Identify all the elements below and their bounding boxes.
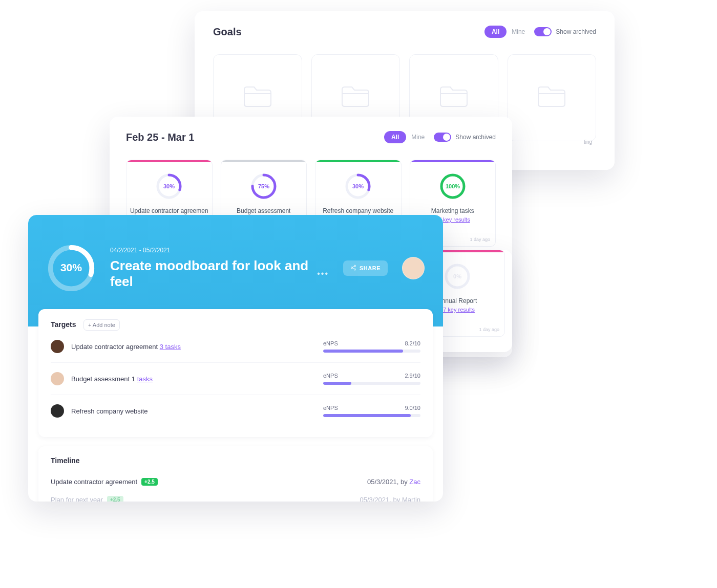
- filter-all-button[interactable]: All: [384, 131, 406, 143]
- svg-text:75%: 75%: [258, 183, 269, 189]
- target-text: Budget assessment 1 tasks: [71, 375, 316, 383]
- svg-text:30%: 30%: [352, 183, 364, 189]
- metric-score: 9.0/10: [405, 405, 420, 411]
- detail-hero-meta: 04/2/2021 - 05/2/2021 Create moodboard f…: [110, 247, 329, 290]
- tasks-link[interactable]: tasks: [137, 375, 153, 383]
- folder-icon: [438, 84, 469, 111]
- more-icon[interactable]: •••: [317, 269, 329, 278]
- svg-text:30%: 30%: [163, 183, 175, 189]
- svg-text:100%: 100%: [446, 183, 460, 189]
- target-row[interactable]: Update contractor agreement 3 tasks eNPS…: [51, 331, 420, 362]
- show-archived-group: Show archived: [534, 27, 596, 36]
- goals-header: Goals All Mine Show archived: [213, 26, 596, 38]
- goals-header-controls: All Mine Show archived: [484, 26, 596, 38]
- svg-point-19: [351, 267, 352, 269]
- assignee-avatar: [51, 340, 64, 353]
- timeline-author: Martin: [402, 496, 420, 502]
- timeline-text: Plan for next year +2.5: [51, 496, 123, 502]
- timeline-author: Zac: [409, 478, 420, 486]
- targets-heading: Targets: [51, 320, 76, 329]
- truncated-text: ting: [584, 139, 592, 145]
- timeline-row[interactable]: Update contractor agreement +2.5 05/3/20…: [51, 473, 420, 491]
- timeline-rows: Update contractor agreement +2.5 05/3/20…: [51, 473, 420, 502]
- goal-card-title: Marketing tasks: [431, 207, 474, 214]
- timeline-heading: Timeline: [51, 456, 420, 465]
- goal-card-accent: [126, 160, 212, 162]
- timeline-text: Update contractor agreement +2.5: [51, 478, 158, 486]
- filter-group: All Mine: [484, 26, 525, 38]
- goals-folder-card[interactable]: [508, 54, 597, 141]
- target-text: Update contractor agreement 3 tasks: [71, 343, 316, 351]
- goal-card-timestamp: 1 day ago: [479, 327, 499, 332]
- tasks-link[interactable]: 3 tasks: [160, 343, 181, 351]
- owner-avatar[interactable]: [402, 257, 425, 279]
- change-badge: +2.5: [107, 496, 123, 502]
- show-archived-toggle[interactable]: [534, 27, 552, 36]
- timeline-row[interactable]: Plan for next year +2.5 05/3/2021, by Ma…: [51, 491, 420, 502]
- detail-date-range: 04/2/2021 - 05/2/2021: [110, 247, 329, 254]
- show-archived-label: Show archived: [556, 28, 596, 35]
- goal-card-title: Annual Report: [438, 297, 477, 304]
- timeline-meta: 05/3/2021, by Zac: [367, 478, 420, 486]
- metric-bar: [323, 382, 420, 385]
- metric-label: eNPS: [323, 340, 338, 346]
- goal-card-keyresults[interactable]: 17 key results: [440, 307, 475, 313]
- goal-card-title: Budget assessment: [237, 207, 290, 214]
- target-metric: eNPS8.2/10: [323, 340, 420, 353]
- share-icon: [350, 265, 356, 272]
- progress-ring: 100%: [439, 172, 467, 200]
- goal-card-accent: [410, 160, 496, 162]
- goals-title: Goals: [213, 26, 242, 38]
- goal-card-timestamp: 1 day ago: [470, 237, 490, 242]
- metric-score: 2.9/10: [405, 373, 420, 379]
- folder-icon: [340, 84, 371, 111]
- week-header-controls: All Mine Show archived: [384, 131, 496, 143]
- show-archived-toggle[interactable]: [434, 133, 451, 142]
- goal-card-accent: [315, 160, 401, 162]
- week-title: Feb 25 - Mar 1: [126, 132, 194, 143]
- progress-ring: 30%: [344, 172, 372, 200]
- timeline-card: Timeline Update contractor agreement +2.…: [38, 446, 433, 502]
- svg-text:0%: 0%: [453, 273, 461, 279]
- share-button[interactable]: SHARE: [343, 260, 388, 276]
- targets-card: Targets + Add note Update contractor agr…: [38, 309, 433, 437]
- svg-point-20: [354, 269, 355, 270]
- change-badge: +2.5: [141, 478, 158, 486]
- progress-ring: 30%: [47, 244, 96, 293]
- folder-icon: [242, 84, 273, 111]
- progress-ring: 30%: [155, 172, 183, 200]
- goal-card-title: Refresh company website: [323, 207, 393, 214]
- metric-label: eNPS: [323, 373, 338, 379]
- add-note-button[interactable]: + Add note: [83, 319, 120, 331]
- assignee-avatar: [51, 404, 64, 418]
- share-label: SHARE: [360, 265, 381, 271]
- metric-score: 8.2/10: [405, 340, 420, 346]
- show-archived-group: Show archived: [434, 133, 496, 142]
- detail-title: Create moodboard for look and feel: [110, 258, 311, 290]
- progress-ring: 75%: [250, 172, 278, 200]
- goal-card-title: Update contractor agreemen: [130, 207, 208, 214]
- target-metric: eNPS9.0/10: [323, 405, 420, 417]
- detail-panel: 30% 04/2/2021 - 05/2/2021 Create moodboa…: [28, 215, 443, 502]
- metric-bar: [323, 350, 420, 353]
- metric-bar: [323, 414, 420, 417]
- target-rows: Update contractor agreement 3 tasks eNPS…: [51, 331, 420, 427]
- week-header: Feb 25 - Mar 1 All Mine Show archived: [126, 131, 496, 143]
- svg-text:30%: 30%: [60, 262, 82, 273]
- filter-all-button[interactable]: All: [484, 26, 507, 38]
- filter-mine-button[interactable]: Mine: [512, 28, 525, 35]
- assignee-avatar: [51, 372, 64, 385]
- timeline-meta: 05/3/2021, by Martin: [360, 496, 420, 502]
- filter-group: All Mine: [384, 131, 425, 143]
- progress-ring: 0%: [444, 263, 471, 290]
- svg-point-18: [354, 265, 355, 267]
- folder-icon: [536, 84, 567, 111]
- target-row[interactable]: Refresh company website eNPS9.0/10: [51, 395, 420, 427]
- metric-label: eNPS: [323, 405, 338, 411]
- filter-mine-button[interactable]: Mine: [411, 134, 425, 141]
- target-metric: eNPS2.9/10: [323, 373, 420, 385]
- target-row[interactable]: Budget assessment 1 tasks eNPS2.9/10: [51, 362, 420, 395]
- target-text: Refresh company website: [71, 407, 316, 415]
- show-archived-label: Show archived: [455, 134, 496, 141]
- detail-title-row: Create moodboard for look and feel •••: [110, 258, 329, 290]
